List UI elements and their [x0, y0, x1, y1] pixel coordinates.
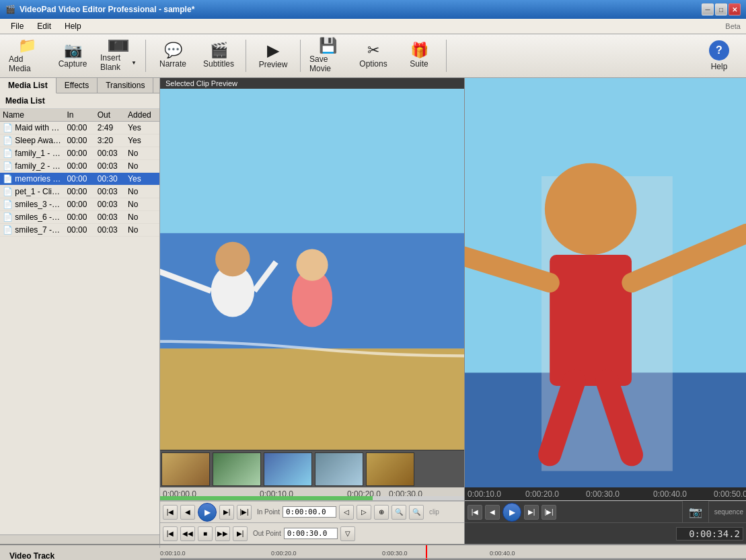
cell-out: 00:03 — [95, 211, 125, 224]
subtitles-button[interactable]: 🎬 Subtitles — [197, 37, 240, 75]
cell-out: 00:03 — [95, 160, 125, 173]
out-point-value[interactable]: 0:00:30.0 — [284, 528, 338, 539]
clip-next-frame[interactable]: ▶| — [219, 505, 234, 520]
close-button[interactable]: ✕ — [729, 3, 741, 15]
tr-40: 0:00:40.0 — [490, 550, 515, 557]
table-row[interactable]: 📄 smiles_3 - Cli... 00:00 00:03 No — [0, 198, 159, 211]
subtitles-icon: 🎬 — [210, 43, 228, 58]
clip-play[interactable]: ▶ — [198, 503, 217, 522]
cell-in: 00:00 — [64, 198, 94, 211]
mark-out[interactable]: ▽ — [340, 526, 355, 541]
table-row[interactable]: 📄 pet_1 - Clip 1 00:00 00:03 No — [0, 186, 159, 198]
snapshot-btn[interactable]: 📷 — [682, 499, 709, 526]
options-icon: ✂ — [367, 43, 379, 58]
cell-out: 00:03 — [95, 198, 125, 211]
cell-name: 📄 smiles_7 - Cli... — [0, 224, 64, 237]
tab-media-list[interactable]: Media List — [0, 78, 57, 93]
seq-skip-start[interactable]: |◀ — [468, 505, 482, 520]
minimize-button[interactable]: ─ — [702, 3, 714, 15]
clip-progress-bar[interactable] — [160, 496, 464, 500]
narrate-button[interactable]: 💬 Narrate — [151, 37, 194, 75]
table-row[interactable]: 📄 Maid with the... 00:00 2:49 Yes — [0, 122, 159, 134]
save-movie-button[interactable]: 💾 Save Movie — [306, 37, 349, 75]
preview-area: Selected Clip Preview — [160, 78, 746, 544]
cell-name: 📄 family_2 - Cli... — [0, 160, 64, 173]
suite-icon: 🎁 — [410, 43, 428, 58]
mark-in[interactable]: ▷ — [357, 505, 371, 520]
svg-rect-2 — [160, 349, 464, 450]
seq-skip-end[interactable]: |▶| — [542, 505, 556, 520]
toolbar-separator-3 — [300, 40, 301, 72]
cell-name: 📄 family_1 - Cli... — [0, 147, 64, 160]
cell-out: 00:03 — [95, 224, 125, 237]
seq-next-frame[interactable]: ▶| — [524, 505, 539, 520]
preview-split: Selected Clip Preview — [160, 78, 746, 544]
table-row[interactable]: 📄 family_1 - Cli... 00:00 00:03 No — [0, 147, 159, 160]
help-button[interactable]: ? Help — [698, 37, 741, 75]
cell-name: 📄 Maid with the... — [0, 122, 64, 134]
seq-ruler-40: 0:00:40.0 — [653, 489, 687, 499]
preview-button[interactable]: ▶ Preview — [252, 37, 295, 75]
camera-icon: 📷 — [689, 506, 702, 518]
clip-skip-start[interactable]: |◀ — [163, 505, 178, 520]
beach-svg — [160, 89, 464, 450]
tab-effects[interactable]: Effects — [57, 78, 98, 93]
zoom-in[interactable]: 🔍 — [391, 505, 406, 520]
cell-added: No — [125, 224, 159, 237]
clip-ff[interactable]: ▶▶ — [215, 526, 230, 541]
table-row[interactable]: 📄 smiles_7 - Cli... 00:00 00:03 No — [0, 224, 159, 237]
clip-stop[interactable]: ■ — [198, 526, 213, 541]
clip-skip-end[interactable]: |▶| — [237, 505, 252, 520]
col-in[interactable]: In — [64, 109, 94, 122]
col-name[interactable]: Name — [0, 109, 64, 122]
capture-button[interactable]: 📷 Capture — [51, 37, 94, 75]
clip-preview-label: Selected Clip Preview — [160, 78, 464, 89]
media-scrollbar[interactable] — [0, 534, 159, 544]
seq-prev-frame[interactable]: ◀ — [485, 505, 500, 520]
table-row[interactable]: 📄 Sleep Away -... 00:00 3:20 Yes — [0, 134, 159, 147]
narrate-icon: 💬 — [164, 43, 182, 58]
insert-blank-button[interactable]: ⬛ Insert Blank ▼ — [97, 37, 140, 75]
seq-ruler-30: 0:00:30.0 — [586, 489, 620, 499]
menu-help[interactable]: Help — [59, 20, 87, 32]
cell-in: 00:00 — [64, 122, 94, 134]
add-media-button[interactable]: 📁 Add Media — [5, 37, 48, 75]
svg-rect-13 — [550, 255, 632, 386]
seq-play[interactable]: ▶ — [502, 503, 521, 522]
tab-transitions[interactable]: Transitions — [98, 78, 153, 93]
cell-added: No — [125, 186, 159, 198]
cell-added: Yes — [125, 134, 159, 147]
table-row[interactable]: 📄 smiles_6 - Cli... 00:00 00:03 No — [0, 211, 159, 224]
menu-edit[interactable]: Edit — [32, 20, 57, 32]
clip-rew-start[interactable]: |◀ — [163, 526, 178, 541]
suite-button[interactable]: 🎁 Suite — [398, 37, 441, 75]
snapshot[interactable]: ⊕ — [374, 505, 389, 520]
set-in-point[interactable]: ◁ — [339, 505, 354, 520]
tr-30: 0:00:30.0 — [382, 550, 408, 557]
menu-file[interactable]: File — [5, 20, 29, 32]
col-out[interactable]: Out — [95, 109, 125, 122]
insert-blank-icon: ⬛ — [108, 40, 128, 52]
clip-ff-end[interactable]: ▶| — [233, 526, 248, 541]
maximize-button[interactable]: □ — [715, 3, 727, 15]
video-track-label: Video Track — [4, 548, 164, 560]
options-button[interactable]: ✂ Options — [352, 37, 395, 75]
title-bar: 🎬 VideoPad Video Editor Professional - s… — [0, 0, 746, 19]
media-list-container: Name In Out Added 📄 Maid with the... 00:… — [0, 109, 159, 534]
zoom-out[interactable]: 🔍 — [409, 505, 424, 520]
table-row[interactable]: 📄 memories - Cl... 00:00 00:30 Yes — [0, 173, 159, 186]
insert-blank-arrow: ▼ — [131, 60, 137, 66]
options-label: Options — [359, 59, 387, 69]
cell-in: 00:00 — [64, 134, 94, 147]
filmstrip-thumb-5 — [366, 452, 414, 486]
cell-name: 📄 smiles_3 - Cli... — [0, 198, 64, 211]
sequence-preview-panel: 0:00:10.0 0:00:20.0 0:00:30.0 0:00:40.0 … — [465, 78, 746, 544]
tr-0: 0:00:10.0 — [160, 550, 186, 557]
clip-rew[interactable]: ◀◀ — [180, 526, 195, 541]
in-point-value[interactable]: 0:00:00.0 — [283, 506, 336, 518]
clip-prev-frame[interactable]: ◀ — [180, 505, 195, 520]
left-panel: Media List Effects Transitions Media Lis… — [0, 78, 160, 544]
col-added[interactable]: Added — [125, 109, 159, 122]
capture-label: Capture — [59, 59, 87, 69]
table-row[interactable]: 📄 family_2 - Cli... 00:00 00:03 No — [0, 160, 159, 173]
